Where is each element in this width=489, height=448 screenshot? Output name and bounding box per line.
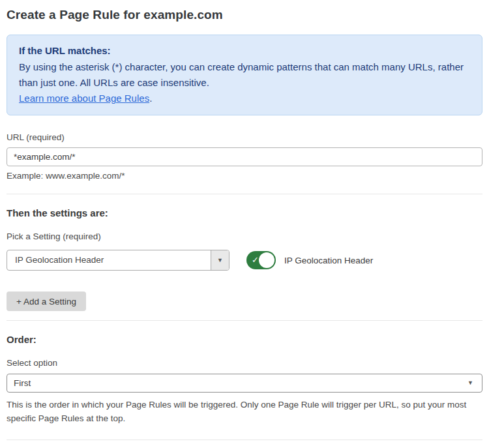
ip-geolocation-toggle[interactable]: ✓	[246, 251, 276, 269]
setting-row: IP Geolocation Header ▼ ✓ IP Geolocation…	[7, 250, 482, 271]
setting-picker-dropdown[interactable]: IP Geolocation Header ▼	[7, 250, 230, 271]
url-match-info-box: If the URL matches: By using the asteris…	[7, 35, 482, 115]
divider	[7, 194, 482, 194]
check-icon: ✓	[252, 256, 259, 264]
toggle-knob	[259, 252, 274, 268]
order-select-value: First	[14, 378, 31, 388]
divider	[7, 320, 482, 321]
setting-picker-label: Pick a Setting (required)	[7, 231, 482, 241]
setting-picker-value: IP Geolocation Header	[7, 250, 211, 270]
page-title: Create a Page Rule for example.com	[7, 8, 482, 22]
url-input[interactable]	[7, 147, 482, 166]
add-setting-button[interactable]: + Add a Setting	[7, 291, 86, 311]
toggle-label: IP Geolocation Header	[284, 256, 373, 265]
url-helper-text: Example: www.example.com/*	[7, 171, 482, 181]
settings-section-heading: Then the settings are:	[7, 207, 482, 218]
info-box-heading: If the URL matches:	[19, 43, 470, 59]
order-select-label: Select option	[7, 358, 482, 368]
chevron-down-icon: ▼	[217, 258, 223, 263]
learn-more-link[interactable]: Learn more about Page Rules	[19, 93, 149, 104]
create-page-rule-form: Create a Page Rule for example.com If th…	[0, 0, 489, 448]
info-box-body: By using the asterisk (*) character, you…	[19, 59, 470, 91]
setting-picker-arrow-button[interactable]: ▼	[211, 250, 229, 270]
order-helper-text: This is the order in which your Page Rul…	[7, 398, 482, 425]
order-section-heading: Order:	[7, 334, 482, 345]
info-box-link-line: Learn more about Page Rules.	[19, 91, 470, 106]
url-field-label: URL (required)	[7, 132, 482, 142]
link-suffix: .	[149, 93, 152, 104]
order-select[interactable]: First ▼	[7, 374, 482, 393]
divider	[7, 440, 482, 440]
chevron-down-icon: ▼	[467, 380, 473, 386]
